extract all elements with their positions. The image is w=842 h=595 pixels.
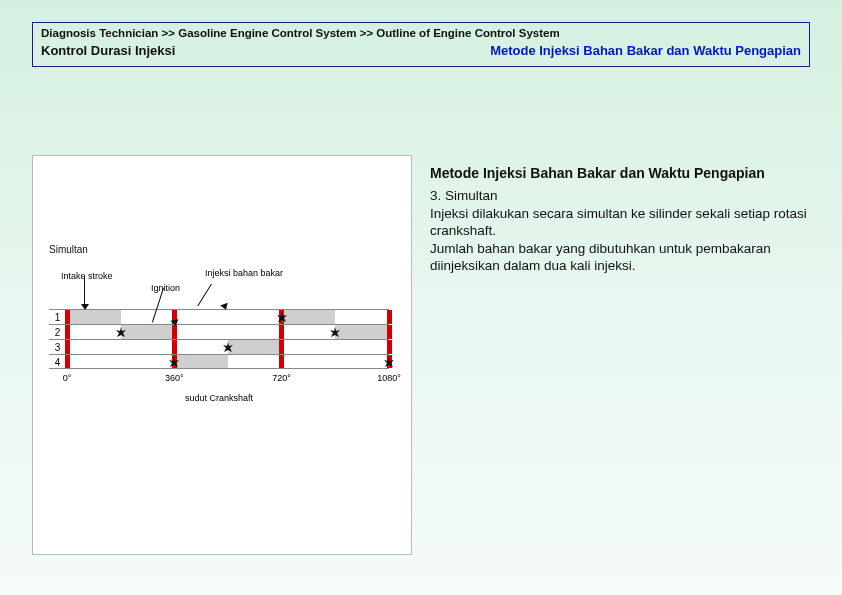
item-title: Simultan (445, 188, 498, 203)
page-subtitle-left: Kontrol Durasi Injeksi (41, 43, 175, 58)
axis-tick: 1080° (377, 373, 401, 383)
injection-event (65, 325, 70, 339)
body-heading: Metode Injeksi Bahan Bakar dan Waktu Pen… (430, 165, 810, 181)
ignition-icon (384, 357, 390, 368)
cylinder-track (67, 325, 389, 339)
text-column: Metode Injeksi Bahan Bakar dan Waktu Pen… (430, 155, 810, 575)
axis-tick: 360° (165, 373, 184, 383)
body-paragraph: 3. Simultan Injeksi dilakukan secara sim… (430, 187, 810, 275)
cylinder-row: 3 (49, 339, 389, 354)
legend-intake-stroke: Intake stroke (61, 271, 113, 281)
cylinder-row: 4 (49, 354, 389, 369)
svg-marker-1 (116, 327, 126, 337)
intake-stroke-segment (174, 355, 228, 368)
diagram-title: Simultan (49, 244, 401, 255)
injection-event (387, 325, 392, 339)
intake-stroke-segment (67, 310, 121, 324)
cylinder-row: 1 (49, 309, 389, 324)
diagram-box: Simultan Intake stroke Ignition Injeksi … (32, 155, 412, 555)
timing-chart: 1234 (49, 309, 389, 369)
intake-stroke-segment (228, 340, 282, 354)
svg-marker-0 (277, 312, 287, 322)
svg-marker-3 (223, 342, 233, 352)
cylinder-row: 2 (49, 324, 389, 339)
breadcrumb: Diagnosis Technician >> Gasoline Engine … (41, 27, 801, 39)
ignition-icon (277, 312, 283, 323)
cylinder-track (67, 340, 389, 354)
ignition-icon (223, 342, 229, 353)
injection-event (387, 340, 392, 354)
arrow-icon (81, 304, 89, 310)
injection-event (172, 340, 177, 354)
axis-row: 0°360°720°1080° (49, 373, 389, 387)
ignition-icon (330, 327, 336, 338)
axis-tick: 720° (272, 373, 291, 383)
diagram-column: Simultan Intake stroke Ignition Injeksi … (32, 155, 412, 575)
injection-event (279, 340, 284, 354)
intake-stroke-segment (335, 325, 389, 339)
subheader-row: Kontrol Durasi Injeksi Metode Injeksi Ba… (41, 43, 801, 58)
svg-marker-5 (384, 357, 394, 367)
injection-event (387, 310, 392, 324)
injection-event (279, 355, 284, 368)
ignition-icon (169, 357, 175, 368)
injection-event (65, 340, 70, 354)
content-area: Simultan Intake stroke Ignition Injeksi … (32, 155, 810, 575)
page-subtitle-right: Metode Injeksi Bahan Bakar dan Waktu Pen… (490, 43, 801, 58)
intake-stroke-segment (282, 310, 336, 324)
svg-marker-2 (330, 327, 340, 337)
legend-ignition: Ignition (151, 283, 180, 293)
axis-caption: sudut Crankshaft (49, 393, 389, 403)
cylinder-track (67, 355, 389, 368)
arrow-line (84, 276, 85, 306)
injection-event (172, 325, 177, 339)
item-number: 3. (430, 188, 441, 203)
body-text: Injeksi dilakukan secara simultan ke sil… (430, 206, 807, 274)
intake-stroke-segment (121, 325, 175, 339)
cylinder-track (67, 310, 389, 324)
legend-injection: Injeksi bahan bakar (205, 269, 283, 279)
legend-row: Intake stroke Ignition Injeksi bahan bak… (43, 265, 401, 305)
injection-event (65, 310, 70, 324)
header-panel: Diagnosis Technician >> Gasoline Engine … (32, 22, 810, 67)
injection-event (65, 355, 70, 368)
ignition-icon (116, 327, 122, 338)
axis-tick: 0° (63, 373, 72, 383)
svg-marker-4 (169, 357, 179, 367)
injection-event (279, 325, 284, 339)
